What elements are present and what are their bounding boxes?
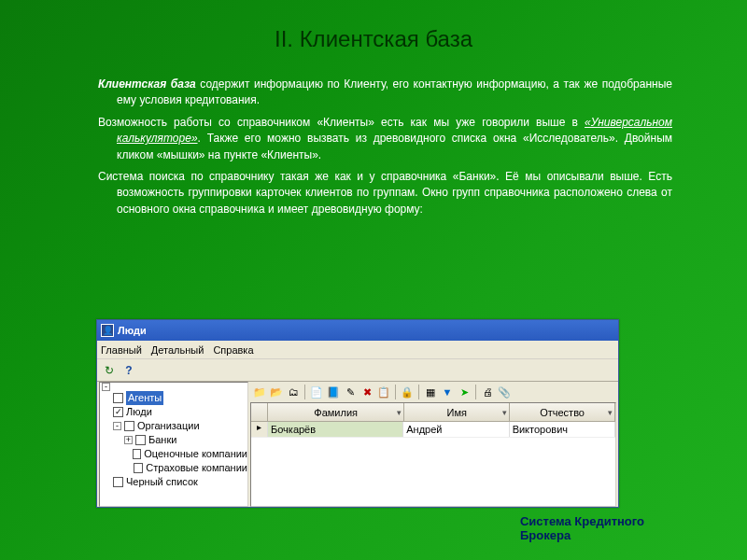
separator (418, 385, 419, 399)
cell-firstname[interactable]: Андрей (403, 422, 509, 437)
menu-main[interactable]: Главный (101, 344, 142, 356)
tree-orgs[interactable]: Организации (137, 419, 200, 433)
toolbar-top: ↻ ? (97, 359, 618, 382)
expand-icon[interactable]: + (124, 436, 133, 444)
delete-doc-icon[interactable]: ✖ (359, 385, 374, 399)
table-row[interactable]: ▸ Бочкарёв Андрей Викторович (251, 422, 615, 438)
main-pane: 📁 📂 🗂 📄 📘 ✎ ✖ 📋 🔒 ▦ ▼ ➤ 🖨 📎 (250, 382, 616, 507)
chevron-down-icon[interactable]: ▾ (397, 408, 402, 417)
tree-people[interactable]: Люди (126, 405, 152, 419)
separator (395, 385, 396, 399)
row-marker-header[interactable] (251, 403, 268, 421)
refresh-button[interactable]: ↻ (101, 362, 118, 379)
tree-agents[interactable]: Агенты (126, 391, 163, 405)
tree-blacklist[interactable]: Черный список (126, 475, 198, 489)
paragraph-3: Система поиска по справочнику такая же к… (98, 169, 672, 217)
col-patronymic[interactable]: Отчество▾ (510, 403, 615, 421)
copy-icon[interactable]: 📋 (376, 385, 391, 399)
new-doc-icon[interactable]: 📄 (309, 385, 324, 399)
menu-help[interactable]: Справка (213, 344, 253, 356)
checkbox[interactable] (124, 421, 134, 431)
chevron-down-icon[interactable]: ▾ (608, 408, 613, 417)
footer-caption: Система Кредитного Брокера (520, 514, 644, 543)
row-marker: ▸ (251, 422, 268, 437)
filter-icon[interactable]: ▦ (423, 385, 438, 399)
menu-detail[interactable]: Детальный (151, 344, 204, 356)
checkbox[interactable] (113, 477, 123, 487)
main-toolbar: 📁 📂 🗂 📄 📘 ✎ ✖ 📋 🔒 ▦ ▼ ➤ 🖨 📎 (250, 382, 616, 402)
paragraph-1: Клиентская база содержит информацию по К… (98, 77, 672, 109)
cell-lastname[interactable]: Бочкарёв (268, 422, 403, 437)
collapse-icon[interactable]: - (102, 383, 110, 391)
collapse-icon[interactable]: - (113, 422, 121, 430)
open-doc-icon[interactable]: 📘 (326, 385, 341, 399)
folder-open-icon[interactable]: 📂 (269, 385, 284, 399)
description-block: Клиентская база содержит информацию по К… (0, 52, 747, 217)
chevron-down-icon[interactable]: ▾ (502, 408, 507, 417)
tree-banks[interactable]: Банки (148, 433, 176, 447)
window-titlebar[interactable]: 👤 Люди (97, 320, 618, 341)
checkbox[interactable]: ✓ (113, 407, 123, 417)
separator (475, 385, 476, 399)
edit-doc-icon[interactable]: ✎ (343, 385, 358, 399)
lock-icon[interactable]: 🔒 (400, 385, 415, 399)
group-tree[interactable]: - Агенты ✓Люди -Организации +Банки Оцено… (99, 382, 248, 507)
data-grid[interactable]: Фамилия▾ Имя▾ Отчество▾ ▸ Бочкарёв Андре… (250, 402, 616, 507)
checkbox[interactable] (134, 463, 143, 473)
checkbox[interactable] (135, 435, 146, 445)
attach-icon[interactable]: 📎 (497, 385, 512, 399)
tree-appraisal[interactable]: Оценочные компании (144, 447, 247, 461)
folder-icon[interactable]: 📁 (252, 385, 267, 399)
delete-folder-icon[interactable]: 🗂 (286, 385, 301, 399)
separator (304, 385, 305, 399)
tree-insurance[interactable]: Страховые компании (146, 461, 247, 475)
window-title: Люди (118, 325, 147, 336)
menubar: Главный Детальный Справка (97, 341, 618, 359)
grid-header: Фамилия▾ Имя▾ Отчество▾ (251, 403, 615, 422)
funnel-icon[interactable]: ▼ (440, 385, 455, 399)
paragraph-2: Возможность работы со справочником «Клие… (98, 115, 672, 163)
col-firstname[interactable]: Имя▾ (404, 403, 510, 421)
checkbox[interactable] (113, 393, 123, 403)
page-title: II. Клиентская база (0, 0, 747, 52)
arrow-icon[interactable]: ➤ (457, 385, 472, 399)
app-icon: 👤 (101, 324, 114, 337)
cell-patronymic[interactable]: Викторович (510, 422, 615, 437)
checkbox[interactable] (133, 449, 141, 459)
help-button[interactable]: ? (120, 362, 137, 379)
people-window: 👤 Люди Главный Детальный Справка ↻ ? - А… (96, 319, 619, 508)
col-lastname[interactable]: Фамилия▾ (268, 403, 404, 421)
print-icon[interactable]: 🖨 (480, 385, 495, 399)
